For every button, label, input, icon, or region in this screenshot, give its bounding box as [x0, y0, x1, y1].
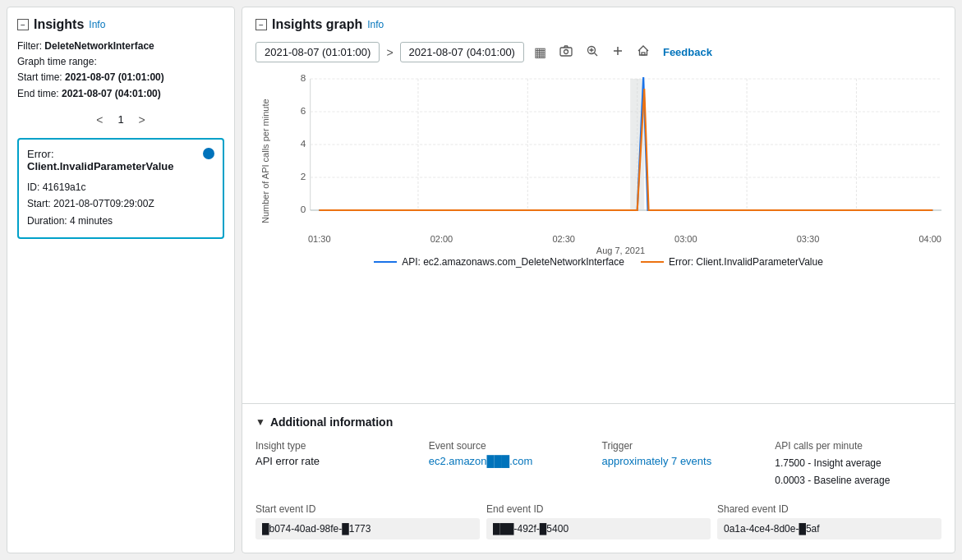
legend-error: Error: Client.InvalidParameterValue — [641, 256, 823, 268]
insight-meta: ID: 41619a1c Start: 2021-08-07T09:29:00Z… — [27, 179, 214, 229]
svg-text:4: 4 — [301, 139, 306, 149]
svg-text:6: 6 — [301, 106, 306, 116]
home-btn[interactable] — [633, 43, 653, 62]
x-label-5: 03:30 — [797, 234, 820, 244]
shared-event-id-value: 0a1a-4ce4-8d0e-█5af — [717, 518, 941, 539]
filter-label: Filter: — [17, 40, 42, 52]
collapse-graph-icon[interactable]: − — [255, 19, 267, 30]
additional-info-section: ▼ Additional information Insight type AP… — [242, 404, 955, 553]
id-label: ID: — [27, 181, 39, 193]
feedback-btn[interactable]: Feedback — [663, 46, 712, 58]
api-calls-label: API calls per minute — [775, 440, 941, 452]
ids-grid: Start event ID █b074-40ad-98fe-█1773 End… — [255, 503, 941, 539]
start-time-value: 2021-08-07 (01:01:00) — [65, 71, 164, 83]
end-time-label: End time: — [17, 88, 59, 99]
svg-text:2: 2 — [301, 172, 306, 181]
chart-svg: 0 2 4 6 8 — [275, 71, 941, 235]
start-value: 2021-08-07T09:29:00Z — [53, 198, 154, 209]
insights-title: Insights — [34, 17, 84, 32]
insights-info-link[interactable]: Info — [89, 19, 105, 30]
triangle-icon: ▼ — [255, 416, 265, 428]
error-name: Client.InvalidParameterValue — [27, 160, 214, 172]
graph-title: Insights graph — [272, 17, 362, 32]
api-calls-col: API calls per minute 1.7500 - Insight av… — [775, 440, 941, 489]
filter-section: Filter: DeleteNetworkInterface Graph tim… — [17, 39, 224, 102]
pagination: < 1 > — [17, 112, 224, 128]
start-event-id-value: █b074-40ad-98fe-█1773 — [255, 518, 480, 539]
shared-event-id-col: Shared event ID 0a1a-4ce4-8d0e-█5af — [717, 503, 941, 539]
insight-card[interactable]: Error: Client.InvalidParameterValue ID: … — [17, 138, 224, 239]
svg-rect-8 — [642, 53, 645, 55]
left-panel: − Insights Info Filter: DeleteNetworkInt… — [7, 7, 235, 553]
time-range-label: Graph time range: — [17, 56, 97, 67]
error-label: Error: — [27, 148, 214, 160]
page-number: 1 — [117, 113, 123, 126]
svg-point-1 — [564, 49, 568, 53]
x-label-6: 04:00 — [918, 234, 941, 244]
chart-inner: 0 2 4 6 8 — [275, 71, 941, 251]
chart-legend: API: ec2.amazonaws.com_DeleteNetworkInte… — [255, 256, 941, 268]
end-event-id-value: ███-492f-█5400 — [486, 518, 711, 539]
x-axis-labels: 01:30 02:00 02:30 03:00 03:30 04:00 — [275, 234, 941, 244]
trigger-col: Trigger approximately 7 events — [602, 440, 769, 489]
graph-header: − Insights graph Info — [255, 17, 941, 32]
start-event-id-col: Start event ID █b074-40ad-98fe-█1773 — [255, 503, 480, 539]
chart-container: Number of API calls per minute 0 2 — [255, 71, 941, 251]
camera-btn[interactable] — [556, 43, 576, 62]
active-indicator — [203, 148, 214, 159]
svg-line-3 — [594, 53, 597, 56]
duration-value: 4 minutes — [70, 215, 113, 227]
next-page-btn[interactable]: > — [134, 112, 150, 128]
end-time-value: 2021-08-07 (04:01:00) — [62, 88, 161, 99]
arrow-icon: > — [386, 46, 393, 59]
insight-type-value: API error rate — [255, 455, 422, 467]
x-axis-date: Aug 7, 2021 — [275, 246, 941, 255]
api-calls-value2: 0.0003 - Baseline average — [775, 472, 941, 489]
end-event-id-col: End event ID ███-492f-█5400 — [486, 503, 711, 539]
insight-type-col: Insight type API error rate — [255, 440, 422, 489]
shared-event-id-label: Shared event ID — [717, 503, 941, 515]
collapse-insights-icon[interactable]: − — [17, 19, 29, 30]
start-event-id-label: Start event ID — [255, 503, 480, 515]
x-label-1: 01:30 — [308, 234, 331, 244]
event-source-label: Event source — [429, 440, 596, 452]
start-label: Start: — [27, 198, 51, 209]
filter-value: DeleteNetworkInterface — [44, 40, 154, 52]
zoom-btn[interactable] — [582, 43, 602, 62]
additional-info-title: Additional information — [270, 415, 393, 429]
plus-btn[interactable] — [609, 44, 627, 62]
insights-header: − Insights Info — [17, 17, 224, 32]
graph-controls: 2021-08-07 (01:01:00) > 2021-08-07 (04:0… — [255, 42, 941, 62]
error-legend-line — [641, 261, 664, 263]
svg-text:0: 0 — [301, 204, 306, 214]
start-time-label: Start time: — [17, 71, 62, 83]
x-label-2: 02:00 — [430, 234, 453, 244]
calendar-btn[interactable]: ▦ — [531, 43, 550, 62]
insight-type-label: Insight type — [255, 440, 422, 452]
svg-text:8: 8 — [301, 73, 306, 83]
api-legend-line — [374, 261, 397, 263]
event-source-col: Event source ec2.amazon███.com — [429, 440, 596, 489]
graph-section: − Insights graph Info 2021-08-07 (01:01:… — [242, 7, 955, 403]
x-label-3: 02:30 — [552, 234, 575, 244]
api-legend-label: API: ec2.amazonaws.com_DeleteNetworkInte… — [402, 256, 624, 268]
svg-rect-0 — [560, 48, 572, 56]
error-legend-label: Error: Client.InvalidParameterValue — [669, 256, 823, 268]
legend-api: API: ec2.amazonaws.com_DeleteNetworkInte… — [374, 256, 624, 268]
y-axis-label: Number of API calls per minute — [255, 71, 275, 251]
start-time-btn[interactable]: 2021-08-07 (01:01:00) — [255, 42, 380, 62]
additional-info-header: ▼ Additional information — [255, 415, 941, 429]
graph-info-link[interactable]: Info — [367, 19, 384, 30]
end-event-id-label: End event ID — [486, 503, 711, 515]
x-label-4: 03:00 — [674, 234, 697, 244]
event-source-value[interactable]: ec2.amazon███.com — [429, 455, 596, 467]
end-time-btn[interactable]: 2021-08-07 (04:01:00) — [400, 42, 524, 62]
id-value: 41619a1c — [43, 181, 86, 193]
info-grid: Insight type API error rate Event source… — [255, 440, 941, 489]
trigger-label: Trigger — [602, 440, 769, 452]
api-calls-value1: 1.7500 - Insight average — [775, 455, 941, 471]
trigger-value[interactable]: approximately 7 events — [602, 455, 769, 467]
right-panel: − Insights graph Info 2021-08-07 (01:01:… — [242, 7, 955, 553]
duration-label: Duration: — [27, 215, 67, 227]
prev-page-btn[interactable]: < — [91, 112, 108, 128]
